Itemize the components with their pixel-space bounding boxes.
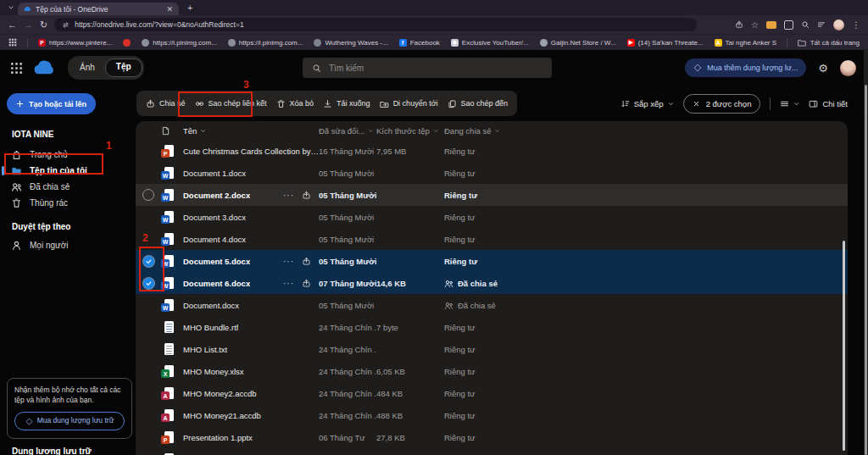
sidebar-item-people[interactable]: Đã chia sẻ xyxy=(0,179,136,195)
action-copy-button[interactable]: Sao chép đến xyxy=(448,99,509,108)
bookmark-item[interactable] xyxy=(123,39,131,47)
account-avatar[interactable] xyxy=(840,60,856,76)
selection-count-pill[interactable]: 2 được chọn xyxy=(683,94,761,114)
search-input[interactable]: Tìm kiếm xyxy=(303,58,552,78)
column-header-4[interactable]: Đang chia sẻ xyxy=(444,126,848,136)
dismiss-selection-icon[interactable] xyxy=(693,100,700,108)
table-row[interactable]: MHO Bundle.rtf24 Tháng Chín ...7 byteRiê… xyxy=(136,316,848,338)
row-name-cell[interactable]: Document 1.docx xyxy=(183,169,319,178)
table-row[interactable]: P xyxy=(136,448,848,455)
bookmark-item[interactable]: fFacebook xyxy=(399,39,440,47)
column-header-3[interactable]: Kích thước tệp xyxy=(376,126,444,136)
bookmark-item[interactable]: Gaijin.Net Store / W... xyxy=(540,39,616,47)
sharing-label: Riêng tư xyxy=(444,147,475,156)
site-info-icon[interactable] xyxy=(62,21,70,29)
table-row[interactable]: WDocument 4.docx05 Tháng Mười ...Riêng t… xyxy=(136,228,848,250)
buy-storage-promo-button[interactable]: Mua dung lượng lưu trữ xyxy=(14,412,125,430)
share-row-icon[interactable] xyxy=(302,191,311,200)
all-bookmarks-button[interactable]: Tất cả dấu trang xyxy=(798,39,860,47)
browser-tab-active[interactable]: Tệp của tôi - OneDrive ✕ xyxy=(18,3,179,15)
settings-gear-icon[interactable]: ⚙ xyxy=(818,63,828,74)
view-options-button[interactable] xyxy=(780,99,799,108)
reload-icon[interactable]: ↻ xyxy=(40,20,47,30)
row-name-cell[interactable]: Presentation 1.pptx xyxy=(183,433,319,442)
share-row-icon[interactable] xyxy=(302,257,311,266)
table-row[interactable]: WDocument 2.docx···05 Tháng Mười ...Riên… xyxy=(136,184,848,206)
row-name-cell[interactable]: MHO Money2.accdb xyxy=(183,389,319,398)
selection-checkbox[interactable] xyxy=(142,189,154,201)
extensions-icon[interactable] xyxy=(784,20,793,30)
bookmark-item[interactable]: https://i.pinimg.com... xyxy=(142,39,217,47)
action-move-button[interactable]: Di chuyển tới xyxy=(380,99,438,108)
sidebar-item-person[interactable]: Mọi người xyxy=(0,237,136,253)
sidebar-item-trash[interactable]: Thùng rác xyxy=(0,195,136,211)
row-select-cell[interactable] xyxy=(136,189,161,201)
row-name-cell[interactable]: MHO Bundle.rtf xyxy=(183,323,319,332)
save-share-icon[interactable] xyxy=(735,20,743,29)
row-name-cell[interactable]: Cute Christmas Cards Collection by Slide… xyxy=(183,147,319,156)
table-row[interactable]: WDocument 1.docx05 Tháng Mười ...Riêng t… xyxy=(136,162,848,184)
row-sharing-cell: Riêng tư xyxy=(444,367,848,376)
more-options-icon[interactable]: ··· xyxy=(283,257,294,266)
row-name-cell[interactable]: Document 2.docx··· xyxy=(183,191,319,200)
toggle-files[interactable]: Tệp xyxy=(105,58,142,77)
buy-storage-button[interactable]: Mua thêm dung lượng lư... xyxy=(685,58,806,77)
bookmark-item[interactable]: ◆Exclusive YouTuber/... xyxy=(451,39,529,47)
table-row[interactable]: AMHO Money21.accdb24 Tháng Chín ...488 K… xyxy=(136,404,848,426)
row-name-cell[interactable]: Document 6.docx··· xyxy=(183,279,319,288)
address-bar[interactable]: https://onedrive.live.com/?view=0&noAuth… xyxy=(54,18,697,31)
create-upload-button[interactable]: Tạo hoặc tải lên xyxy=(7,93,96,114)
column-header-label: Tên xyxy=(183,126,197,136)
table-row[interactable]: PCute Christmas Cards Collection by Slid… xyxy=(136,140,848,162)
sidebar-browse: Mọi người xyxy=(0,237,136,253)
bookmark-item[interactable]: ▶(14) Sa'kan Threate... xyxy=(627,39,704,47)
row-name-cell[interactable]: Document 3.docx xyxy=(183,213,319,222)
scrollbar-thumb[interactable] xyxy=(865,85,867,455)
table-row[interactable]: WDocument 6.docx···07 Tháng Mười ...14,6… xyxy=(136,272,848,294)
table-row[interactable]: AMHO Money2.accdb24 Tháng Chín ...484 KB… xyxy=(136,382,848,404)
extension-icon[interactable] xyxy=(766,21,776,29)
forward-icon[interactable]: → xyxy=(24,20,33,30)
new-tab-button[interactable]: + xyxy=(187,3,192,13)
row-name-cell[interactable]: MHO Money.xlsx xyxy=(183,367,319,376)
row-name-cell[interactable]: Document 4.docx xyxy=(183,235,319,244)
bookmark-item[interactable]: ATai nghe Anker Sou... xyxy=(715,39,776,47)
share-row-icon[interactable] xyxy=(302,279,311,288)
bookmark-item[interactable]: Phttps://www.pintere... xyxy=(38,39,112,47)
page-scrollbar[interactable] xyxy=(864,49,868,455)
action-trash-button[interactable]: Xóa bỏ xyxy=(276,99,314,108)
table-row[interactable]: XMHO Money.xlsx24 Tháng Chín ...6,05 KBR… xyxy=(136,360,848,382)
column-header-2[interactable]: Đã sửa đổi... xyxy=(319,126,376,136)
bookmark-star-icon[interactable]: ☆ xyxy=(751,20,759,30)
onedrive-logo[interactable] xyxy=(33,60,56,75)
lens-search-icon[interactable] xyxy=(801,20,810,29)
more-options-icon[interactable]: ··· xyxy=(283,279,294,288)
row-name-cell[interactable]: MHO Money21.accdb xyxy=(183,411,319,420)
app-launcher-icon[interactable] xyxy=(10,62,23,75)
details-pane-button[interactable]: Chi tiết xyxy=(809,99,848,108)
list-scrollbar[interactable] xyxy=(843,241,845,451)
table-row[interactable]: WDocument.docx05 Tháng Mười ...Đã chia s… xyxy=(136,294,848,316)
row-name-cell[interactable]: Document 5.docx··· xyxy=(183,257,319,266)
more-options-icon[interactable]: ··· xyxy=(283,191,294,200)
toggle-photos[interactable]: Ảnh xyxy=(70,59,105,76)
column-header-1[interactable]: Tên xyxy=(183,126,319,136)
tab-close-icon[interactable]: ✕ xyxy=(166,5,173,14)
bookmark-favicon xyxy=(123,39,131,47)
sort-button[interactable]: Sắp xếp xyxy=(620,99,674,108)
reading-list-icon[interactable] xyxy=(817,20,826,29)
apps-grid-icon[interactable] xyxy=(8,38,17,47)
table-row[interactable]: MHO List.txt24 Tháng Chín ...Riêng tư xyxy=(136,338,848,360)
table-row[interactable]: WDocument 5.docx···05 Tháng Mười ...Riên… xyxy=(136,250,848,272)
browser-menu-icon[interactable]: ⋮ xyxy=(852,20,860,30)
bookmark-item[interactable]: Wuthering Waves -... xyxy=(314,39,387,47)
table-row[interactable]: WDocument 3.docx05 Tháng Mười ...Riêng t… xyxy=(136,206,848,228)
browser-profile-avatar[interactable] xyxy=(833,19,844,31)
row-name-cell[interactable]: MHO List.txt xyxy=(183,345,319,354)
table-row[interactable]: PPresentation 1.pptx06 Tháng Tư27,8 KBRi… xyxy=(136,426,848,448)
tab-search-button[interactable] xyxy=(3,2,18,14)
back-icon[interactable]: ← xyxy=(8,20,17,30)
bookmark-item[interactable]: https://i.pinimg.com... xyxy=(228,39,303,47)
action-download-button[interactable]: Tải xuống xyxy=(323,99,370,108)
row-name-cell[interactable]: Document.docx xyxy=(183,301,319,310)
